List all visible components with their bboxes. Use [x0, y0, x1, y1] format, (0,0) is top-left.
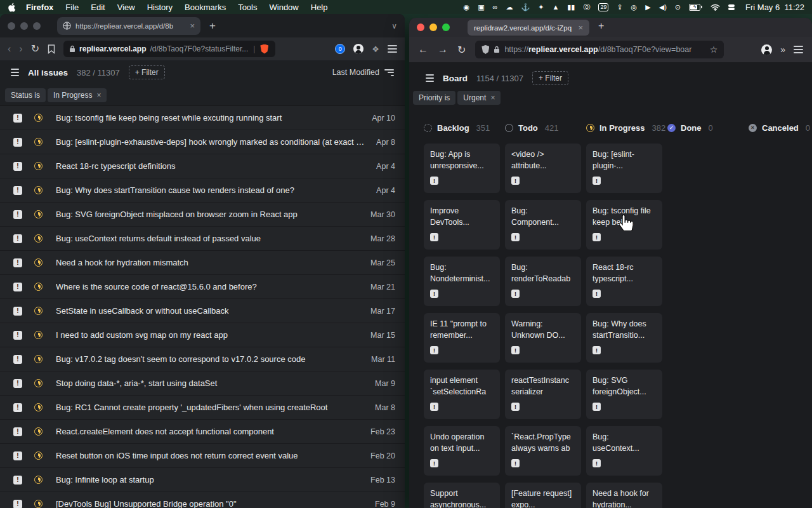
remove-filter-icon[interactable]: ×	[96, 91, 101, 100]
address-bar[interactable]: repliear.vercel.app/d/8bTaoq7F0e?statusF…	[63, 41, 275, 57]
browser-menu-icon[interactable]	[388, 45, 397, 53]
window-controls[interactable]	[8, 22, 41, 30]
dropbox-icon[interactable]: ✦	[538, 0, 544, 14]
overflow-chevrons-icon[interactable]: »	[780, 44, 785, 55]
calendar-icon[interactable]: 29	[598, 3, 608, 11]
issue-row[interactable]: !Where is the source code of react@15.6.…	[0, 275, 405, 299]
onepassword-extension-icon[interactable]: 0	[335, 44, 345, 54]
issue-card[interactable]: Bug: Nondeterminist...!	[424, 257, 500, 306]
issue-row[interactable]: !Bug: SVG foreignObject misplaced on bro…	[0, 203, 405, 227]
issue-card[interactable]: Bug: useContext...!	[586, 426, 662, 476]
brave-shield-icon[interactable]	[260, 44, 268, 54]
play-icon[interactable]: ▶	[645, 0, 650, 14]
issue-card[interactable]: [Feature request] expo...!	[505, 483, 581, 508]
back-button[interactable]: ←	[418, 44, 428, 55]
minimize-window-button[interactable]	[429, 23, 437, 31]
issue-row[interactable]: !Bug: RC1 Cannot create property '_updat…	[0, 396, 405, 420]
issue-row[interactable]: !Bug: useContext returns default instead…	[0, 227, 405, 251]
issue-card[interactable]: Bug: tsconfig file keep bein...!	[586, 200, 662, 250]
forward-button[interactable]: ›	[19, 44, 22, 54]
issue-row[interactable]: !Bug: [eslint-plugin-exhaustive-deps] ho…	[0, 130, 405, 154]
browser-tab[interactable]: https://repliear.vercel.app/d/8b ×	[57, 17, 200, 35]
link-loop-icon[interactable]: ∞	[493, 0, 498, 14]
issue-card[interactable]: Bug: Component...!	[505, 200, 581, 250]
close-window-button[interactable]	[8, 22, 15, 30]
issue-row[interactable]: !Bug: Why does startTransition cause two…	[0, 178, 405, 203]
issue-card[interactable]: Improve DevTools...!	[424, 200, 500, 250]
github-extension-icon[interactable]	[353, 44, 363, 54]
zoom-window-button[interactable]	[442, 23, 450, 31]
issue-row[interactable]: !SetState in useCallback or without useC…	[0, 299, 405, 323]
issue-row[interactable]: !React 18-rc typescript definitionsApr 4	[0, 154, 405, 178]
menu-bookmarks[interactable]: Bookmarks	[185, 3, 226, 12]
record-icon[interactable]: ◉	[464, 0, 470, 14]
minimize-window-button[interactable]	[20, 22, 28, 30]
issue-card[interactable]: Need a hook for hydration...!	[586, 483, 662, 508]
close-tab-icon[interactable]: ×	[578, 23, 583, 32]
screen-icon[interactable]: ▣	[478, 0, 484, 14]
window-controls[interactable]	[417, 23, 450, 31]
add-filter-button[interactable]: + Filter	[129, 65, 165, 79]
tracking-shield-icon[interactable]	[481, 45, 489, 54]
close-window-button[interactable]	[417, 23, 424, 31]
power-icon[interactable]: ◎	[631, 0, 638, 14]
volume-icon[interactable]: ◀)	[659, 0, 667, 14]
menu-window[interactable]: Window	[270, 3, 299, 12]
issue-card[interactable]: Warning: Unknown DO...!	[505, 313, 581, 363]
menu-history[interactable]: History	[147, 3, 173, 12]
cloud-icon[interactable]: ☁	[506, 0, 513, 14]
issue-row[interactable]: !Bug: v17.0.2 tag doesn't seem to corres…	[0, 347, 405, 371]
issue-row[interactable]: !Stop doing data-*, aria-*, start using …	[0, 371, 405, 396]
issue-card[interactable]: input element `setSelectionRa!	[424, 370, 500, 419]
issue-card[interactable]: Support asynchronous...!	[424, 483, 500, 508]
bookmark-star-icon[interactable]: ☆	[710, 44, 718, 55]
issue-row[interactable]: !I need to add custom svg map on my reac…	[0, 323, 405, 347]
triangle-app-icon[interactable]: ▲	[552, 0, 559, 14]
account-icon[interactable]	[761, 44, 772, 55]
reload-button[interactable]: ↻	[457, 44, 466, 56]
install-icon[interactable]: ⇪	[617, 0, 622, 14]
menu-tools[interactable]: Tools	[238, 3, 257, 12]
issue-card[interactable]: Bug: renderToReadab!	[505, 257, 581, 306]
issue-card[interactable]: Bug: [eslint-plugin-...!	[586, 144, 662, 193]
address-bar[interactable]: https://repliear.vercel.app/d/8bTaoq7F0e…	[475, 41, 724, 58]
docker-icon[interactable]: ⚓	[521, 0, 530, 14]
tab-list-chevron-icon[interactable]: ∨	[391, 22, 397, 30]
issue-card[interactable]: React 18-rc typescript...!	[586, 257, 662, 306]
browser-menu-icon[interactable]	[794, 46, 803, 53]
issue-card[interactable]: Undo operation on text input...!	[424, 426, 500, 476]
wifi-icon[interactable]	[710, 4, 720, 11]
issue-row[interactable]: !Reset button on iOS time input does not…	[0, 444, 405, 468]
issue-card[interactable]: reactTestInstanc serializer!	[505, 370, 581, 419]
issue-card[interactable]: Bug: Why does startTransitio...!	[586, 313, 662, 363]
profile-icon[interactable]	[728, 4, 735, 10]
add-filter-button[interactable]: + Filter	[532, 71, 568, 85]
issue-card[interactable]: Bug: SVG foreignObject...!	[586, 370, 662, 419]
close-tab-icon[interactable]: ×	[190, 21, 195, 30]
issue-row[interactable]: !Bug: Infinite loop at startupFeb 13	[0, 468, 405, 492]
zoom-window-button[interactable]	[33, 22, 41, 30]
issue-row[interactable]: !React.createElement does not accept fun…	[0, 420, 405, 444]
sidebar-menu-icon[interactable]	[426, 74, 434, 81]
menu-help[interactable]: Help	[311, 3, 328, 12]
issue-card[interactable]: `React.PropType always warns ab!	[505, 426, 581, 476]
issue-row[interactable]: !Bug: tsconfig file keep being reset whi…	[0, 106, 405, 130]
sort-icon[interactable]	[384, 69, 394, 76]
bookmark-icon[interactable]	[48, 44, 55, 54]
sidebar-menu-icon[interactable]	[11, 69, 19, 76]
extensions-icon[interactable]: ❖	[372, 44, 379, 54]
menu-firefox[interactable]: Firefox	[26, 3, 53, 12]
reload-button[interactable]: ↻	[31, 44, 39, 54]
menu-file[interactable]: File	[65, 3, 79, 12]
issue-card[interactable]: Bug: App is unresponsive...!	[424, 144, 500, 193]
new-tab-button[interactable]: +	[209, 20, 216, 32]
menu-view[interactable]: View	[117, 3, 135, 12]
remove-filter-icon[interactable]: ×	[490, 93, 495, 102]
issue-card[interactable]: <video /> attribute...!	[505, 144, 581, 193]
back-button[interactable]: ‹	[8, 44, 11, 54]
issue-row[interactable]: !Need a hook for hydration mismatchMar 2…	[0, 251, 405, 275]
stats-icon[interactable]: ▮▮	[567, 0, 575, 14]
circled-zero-icon[interactable]: ⓪	[583, 0, 590, 14]
forward-button[interactable]: →	[438, 44, 448, 55]
sort-label[interactable]: Last Modified	[332, 68, 379, 77]
